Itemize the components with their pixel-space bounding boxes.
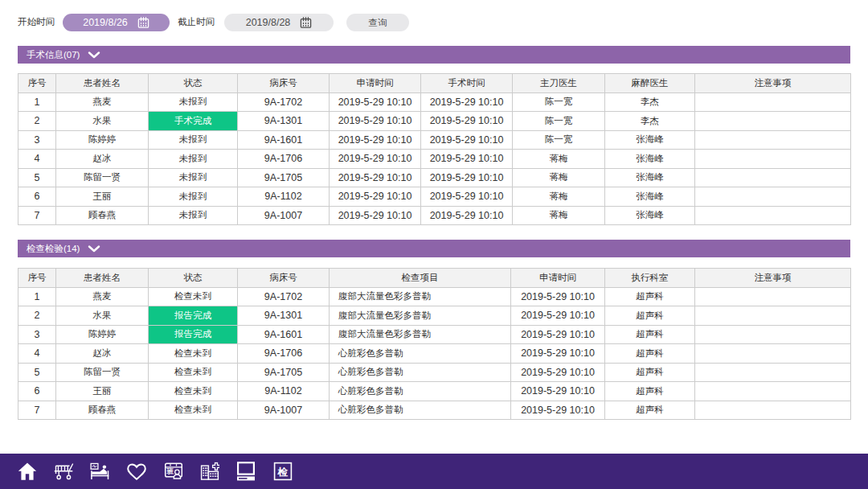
svg-text:检: 检 <box>276 466 288 478</box>
svg-text:班: 班 <box>166 467 174 475</box>
